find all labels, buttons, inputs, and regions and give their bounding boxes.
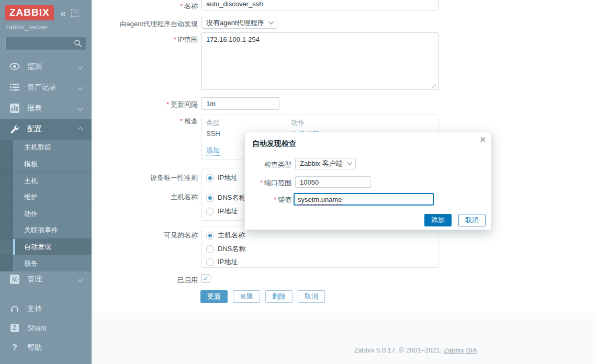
name-label: *名称 [92,2,198,11]
expand-sidebar-icon[interactable] [71,9,78,17]
zabbix-sia-link[interactable]: Zabbix SIA [444,346,477,354]
sidebar-item-actions[interactable]: 动作 [0,206,92,222]
headset-icon [9,305,20,313]
sidebar-item-monitoring[interactable]: 监测 [0,56,92,77]
proxy-select[interactable]: 没有agent代理程序 [201,17,277,29]
sidebar-item-event-correlation[interactable]: 关联项事件 [0,222,92,238]
question-mark-icon: ? [9,343,20,352]
port-range-input[interactable] [295,176,371,188]
chevron-up-icon [78,127,83,132]
zabbix-logo[interactable]: ZABBIX [5,5,54,20]
proxy-label: 由agent代理程序自动发现 [92,19,198,29]
hostname-label: 主机名称 [92,192,198,202]
interval-label: *更新间隔 [92,100,198,109]
dialog-buttons: 添加 取消 [424,214,486,226]
enabled-checkbox[interactable]: ✓ [201,274,210,283]
text-caret [343,196,343,203]
radio-selected-icon[interactable] [206,194,214,202]
chevron-down-icon [78,277,83,282]
visible-name-group: 主机名称 DNS名称 IP地址 [201,226,438,268]
checks-label: *检查 [92,117,198,126]
enabled-label: 已启用 [92,276,198,285]
sidebar-item-maintenance[interactable]: 维护 [0,189,92,206]
uniqueness-option-ip[interactable]: IP地址 [206,173,238,183]
bar-chart-icon [9,104,20,113]
chevron-down-icon [268,19,274,24]
checks-col-actions: 动作 [291,118,305,128]
visible-name-label: 可见的名称 [92,231,198,240]
radio-icon[interactable] [206,245,214,253]
server-name: zabbix_server [5,23,48,31]
radio-icon[interactable] [206,258,214,266]
collapse-sidebar-icon[interactable]: « [60,7,66,18]
key-label: *键值 [245,195,291,204]
hostname-option-ip[interactable]: IP地址 [206,207,238,216]
checks-col-type: 类型 [206,118,220,128]
uniqueness-label: 设备唯一性准则 [92,173,198,183]
sidebar-item-services[interactable]: 服务 [0,255,92,271]
search-input[interactable] [6,40,74,48]
sidebar-item-inventory[interactable]: 资产记录 [0,77,92,98]
add-check-link[interactable]: 添加 [206,146,220,156]
port-range-label: *端口范围 [245,178,291,188]
sidebar-item-help[interactable]: ? 帮助 [0,340,92,355]
chevron-down-icon [347,160,352,165]
sidebar-item-share[interactable]: Z Share [0,321,92,335]
list-icon [9,84,20,91]
visible-name-option-dns[interactable]: DNS名称 [206,244,245,254]
visible-name-option-ip[interactable]: IP地址 [206,257,238,267]
form-buttons: 更新 克隆 删除 取消 [200,290,325,303]
chevron-down-icon [78,85,83,90]
chevron-down-icon [78,64,83,69]
sidebar-item-host-groups[interactable]: 主机群组 [0,140,92,156]
clone-button[interactable]: 克隆 [233,290,260,303]
search-icon[interactable] [74,39,82,48]
radio-selected-icon[interactable] [206,174,214,182]
sidebar-item-templates[interactable]: 模板 [0,156,92,173]
close-icon[interactable]: × [480,134,486,144]
discovery-rule-form: *名称 由agent代理程序自动发现 没有agent代理程序 *IP范围 172… [92,0,596,364]
chevron-down-icon [78,106,83,111]
cancel-button[interactable]: 取消 [298,290,325,303]
gear-icon [9,275,20,284]
radio-selected-icon[interactable] [206,232,214,240]
sidebar-item-reports[interactable]: 报表 [0,98,92,119]
update-button[interactable]: 更新 [200,290,228,303]
check-type-label: 检查类型 [245,160,291,169]
footer-zone [92,313,596,364]
zabbix-page: ZABBIX « zabbix_server 监测 资产记录 [0,0,596,364]
discovery-check-dialog: 自动发现检查 × 检查类型 Zabbix 客户端 *端口范围 *键值 syset… [244,132,491,230]
sidebar-item-hosts[interactable]: 主机 [0,172,92,189]
delete-button[interactable]: 删除 [265,290,293,303]
search-box[interactable] [5,37,86,50]
sidebar-item-discovery[interactable]: 自动发现 [0,238,92,255]
sidebar-item-administration[interactable]: 管理 [0,270,92,289]
radio-icon[interactable] [206,208,214,215]
ip-range-label: *IP范围 [92,35,198,44]
sidebar: ZABBIX « zabbix_server 监测 资产记录 [0,0,92,364]
dialog-title: 自动发现检查 [252,139,296,149]
wrench-icon [9,124,20,134]
zabbix-share-icon: Z [9,324,20,332]
configuration-submenu: 主机群组 模板 主机 维护 动作 关联项事件 自动发现 服务 [0,140,92,271]
add-button[interactable]: 添加 [424,214,452,226]
key-input[interactable]: sysetm.uname [294,193,434,206]
dialog-cancel-button[interactable]: 取消 [458,214,486,226]
ip-range-textarea[interactable]: 172.16.100.1-254 [201,32,438,90]
check-row-type: SSH [206,130,220,138]
sidebar-item-configuration[interactable]: 配置 [0,119,92,140]
interval-input[interactable] [201,97,279,110]
footer-copyright: Zabbix 5.0.17. © 2001–2021, Zabbix SIA [311,346,520,354]
hostname-option-dns[interactable]: DNS名称 [206,193,245,202]
visible-name-option-host[interactable]: 主机名称 [206,231,245,240]
name-input[interactable] [201,0,438,10]
check-type-select[interactable]: Zabbix 客户端 [295,158,356,169]
sidebar-item-support[interactable]: 支持 [0,302,92,316]
eye-icon [9,63,20,70]
